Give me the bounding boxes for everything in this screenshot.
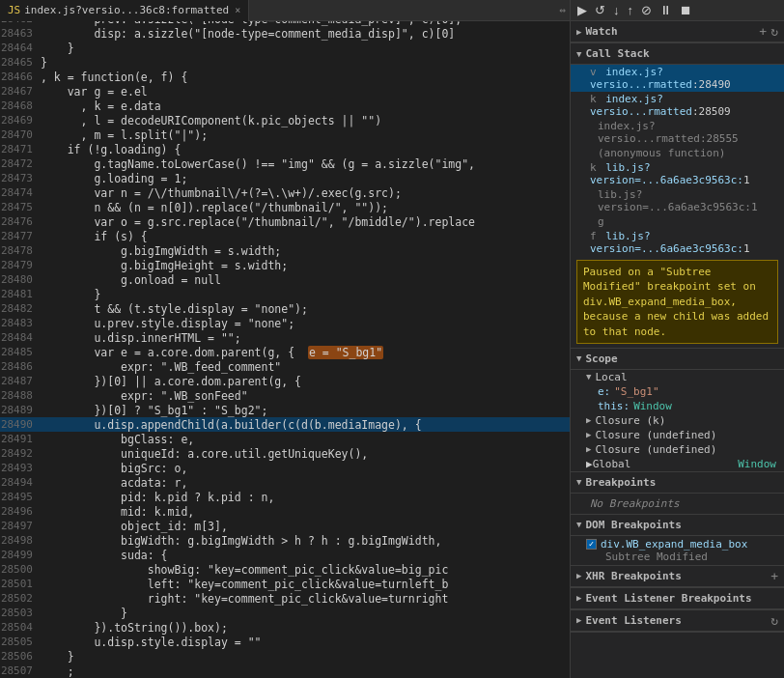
- code-line: 28472 g.tagName.toLowerCase() !== "img" …: [0, 156, 570, 171]
- code-line: 28477 if (s) {: [0, 229, 570, 243]
- code-line: 28502 right: "key=comment_pic_click&valu…: [0, 591, 570, 606]
- code-line: 28487 })[0] || a.core.dom.parent(g, {: [0, 374, 570, 388]
- right-panel: ▶ ↺ ↓ ↑ ⊘ ⏸ ⏹ ▶ Watch + ↻ ▼ Call Stack v…: [570, 0, 784, 678]
- line-content: var o = g.src.replace("/thumbnail/", "/b…: [41, 215, 566, 229]
- watch-arrow-icon: ▶: [576, 27, 581, 37]
- line-number: 28469: [0, 114, 41, 127]
- line-number: 28505: [0, 636, 41, 648]
- line-content: g.loading = 1;: [41, 172, 566, 185]
- watch-section: ▶ Watch + ↻: [571, 21, 784, 43]
- code-line: 28463 disp: a.sizzle("[node-type=comment…: [0, 26, 570, 41]
- line-number: 28503: [0, 607, 41, 619]
- code-line: 28482 t && (t.style.display = "none");: [0, 301, 570, 316]
- line-number: 28492: [0, 447, 41, 460]
- line-number: 28481: [0, 288, 41, 300]
- code-line: 28498 bigWidth: g.bigImgWidth > h ? h : …: [0, 533, 570, 548]
- code-line: 28501 left: "key=comment_pic_click&value…: [0, 577, 570, 591]
- stop-button[interactable]: ⏹: [677, 2, 695, 18]
- xhr-bp-header[interactable]: ▶ XHR Breakpoints +: [571, 566, 784, 587]
- xhr-add-button[interactable]: +: [770, 569, 778, 583]
- line-number: 28473: [0, 172, 41, 184]
- file-tab[interactable]: JS index.js?versio...36c8:formatted ×: [0, 0, 249, 21]
- scope-local-group[interactable]: ▼ Local: [571, 370, 784, 384]
- line-number: 28465: [0, 56, 41, 69]
- callstack-section: ▼ Call Stack v index.js?versio...rmatted…: [571, 43, 784, 349]
- breakpoints-title: Breakpoints: [585, 476, 778, 489]
- event-listeners-header[interactable]: ▶ Event Listeners ↻: [571, 610, 784, 632]
- scope-prop: e: "S_bg1": [571, 384, 784, 399]
- line-number: 28482: [0, 302, 41, 315]
- code-line: 28507 ;: [0, 664, 570, 678]
- scope-closure-undef2[interactable]: ▶ Closure (undefined): [571, 442, 784, 457]
- code-panel: JS index.js?versio...36c8:formatted × ⇔ …: [0, 0, 570, 678]
- line-content: if (s) {: [41, 230, 566, 243]
- callstack-item[interactable]: k index.js?versio...rmatted:28509: [571, 92, 784, 119]
- line-content: , m = l.split("|");: [41, 128, 566, 142]
- line-number: 28489: [0, 404, 41, 416]
- line-number: 28466: [0, 71, 41, 83]
- scope-global[interactable]: ▶ Global Window: [571, 457, 784, 471]
- dom-bp-checkbox[interactable]: [586, 539, 597, 550]
- callstack-item[interactable]: v index.js?versio...rmatted:28490: [571, 65, 784, 92]
- code-line: 28505 u.disp.style.display = "": [0, 635, 570, 649]
- debugger-toolbar: ▶ ↺ ↓ ↑ ⊘ ⏸ ⏹: [571, 0, 784, 21]
- scope-closure3-arrow-icon: ▶: [586, 444, 591, 454]
- line-number: 28499: [0, 549, 41, 561]
- step-into-button[interactable]: ↓: [610, 2, 623, 18]
- line-number: 28479: [0, 259, 41, 271]
- callstack-item[interactable]: f lib.js?version=...6a6ae3c9563c:1: [571, 229, 784, 256]
- watch-refresh-button[interactable]: ↻: [770, 24, 778, 39]
- code-line: 28473 g.loading = 1;: [0, 171, 570, 185]
- scope-title: Scope: [585, 353, 778, 365]
- line-content: left: "key=comment_pic_click&value=turnl…: [41, 578, 566, 591]
- line-content: prev: a.sizzle("[node-type=comment_media…: [41, 21, 566, 26]
- line-content: g.onload = null: [41, 273, 566, 287]
- step-over-button[interactable]: ↺: [592, 2, 608, 18]
- callstack-header[interactable]: ▼ Call Stack: [571, 43, 784, 65]
- scope-header[interactable]: ▼ Scope: [571, 349, 784, 370]
- code-line: 28485 var e = a.core.dom.parent(g, { e =…: [0, 345, 570, 359]
- line-content: var e = a.core.dom.parent(g, { e = "S_bg…: [41, 346, 566, 359]
- code-line: 28462 prev: a.sizzle("[node-type=comment…: [0, 21, 570, 26]
- line-number: 28475: [0, 201, 41, 213]
- callstack-sub: (anonymous function): [571, 146, 784, 160]
- scope-closure-undef1[interactable]: ▶ Closure (undefined): [571, 428, 784, 442]
- code-area[interactable]: 28460 var c = b.getAttribute("comment_id…: [0, 21, 570, 678]
- line-content: }).toString()).box);: [41, 621, 566, 635]
- breakpoints-header[interactable]: ▼ Breakpoints: [571, 472, 784, 494]
- line-number: 28467: [0, 85, 41, 98]
- code-line: 28469 , l = decodeURIComponent(k.pic_obj…: [0, 113, 570, 127]
- scope-arrow-icon: ▼: [576, 353, 581, 363]
- line-number: 28491: [0, 433, 41, 445]
- scope-closure-k[interactable]: ▶ Closure (k): [571, 413, 784, 428]
- dom-bp-type: Subtree Modified: [586, 551, 776, 563]
- resume-button[interactable]: ▶: [574, 2, 590, 18]
- code-line: 28492 uniqueId: a.core.util.getUniqueKey…: [0, 446, 570, 461]
- deactivate-button[interactable]: ⊘: [638, 2, 655, 18]
- watch-header[interactable]: ▶ Watch + ↻: [571, 21, 784, 42]
- line-content: acdata: r,: [41, 476, 566, 490]
- close-tab-button[interactable]: ×: [235, 5, 240, 15]
- watch-add-button[interactable]: +: [759, 24, 767, 39]
- code-line: 28468 , k = e.data: [0, 99, 570, 113]
- dom-breakpoints-header[interactable]: ▼ DOM Breakpoints: [571, 515, 784, 536]
- line-content: bgClass: e,: [41, 433, 566, 446]
- line-content: u.disp.appendChild(a.builder(c(d(b.media…: [41, 418, 566, 432]
- code-line: 28506 }: [0, 649, 570, 664]
- event-listener-bp-arrow-icon: ▶: [576, 593, 581, 603]
- line-content: }: [41, 42, 566, 55]
- line-number: 28498: [0, 534, 41, 547]
- event-listener-bp-header[interactable]: ▶ Event Listener Breakpoints: [571, 588, 784, 609]
- breakpoints-section: ▼ Breakpoints No Breakpoints: [571, 472, 784, 515]
- callstack-sub: lib.js?version=...6a6ae3c9563c:1: [571, 187, 784, 214]
- event-listeners-refresh-button[interactable]: ↻: [770, 613, 778, 628]
- callstack-sub: g: [571, 214, 784, 229]
- callstack-item[interactable]: k lib.js?version=...6a6ae3c9563c:1: [571, 160, 784, 187]
- pause-on-exception-button[interactable]: ⏸: [657, 2, 675, 18]
- scope-section: ▼ Scope ▼ Local e: "S_bg1" this: Window …: [571, 349, 784, 472]
- code-line: 28495 pid: k.pid ? k.pid : n,: [0, 490, 570, 504]
- dom-bp-name[interactable]: div.WB_expand_media_box: [586, 538, 776, 551]
- line-number: 28501: [0, 578, 41, 590]
- line-content: g.bigImgHeight = s.width;: [41, 259, 566, 272]
- step-out-button[interactable]: ↑: [625, 2, 637, 18]
